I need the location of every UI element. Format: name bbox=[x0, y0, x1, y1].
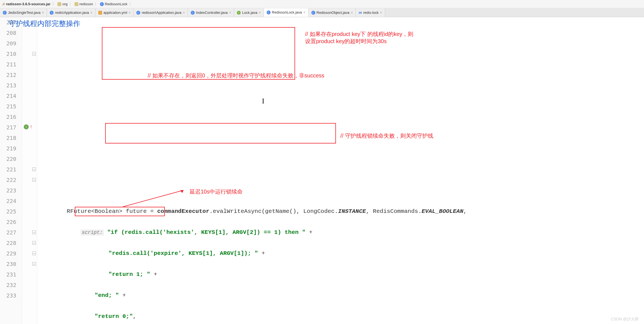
marker-slot bbox=[22, 59, 37, 70]
annotation-red-fail: // 守护线程锁续命失败，则关闭守护线 bbox=[340, 130, 433, 141]
line-number: 208 bbox=[0, 28, 16, 38]
line-number: 225 bbox=[0, 206, 16, 217]
tab-redis-app[interactable]: Credis\Application.java× bbox=[47, 8, 95, 17]
marker-slot bbox=[22, 80, 37, 91]
marker-slot bbox=[22, 133, 37, 143]
editor-tabs: CJedisSingleTest.java× Credis\Applicatio… bbox=[0, 8, 644, 17]
marker-slot bbox=[22, 70, 37, 80]
tab-application-yml[interactable]: application.yml× bbox=[96, 8, 134, 17]
line-number: 218 bbox=[0, 133, 16, 143]
tab-redisson-app[interactable]: Credisson\Application.java× bbox=[134, 8, 188, 17]
line-number: 212 bbox=[0, 70, 16, 80]
red-arrow-icon bbox=[120, 187, 192, 210]
bc-sep-icon: 〉 bbox=[95, 2, 98, 7]
interface-icon: I bbox=[237, 11, 241, 15]
marker-slot: I↑ bbox=[22, 122, 37, 133]
marker-slot bbox=[22, 290, 37, 301]
line-number: 232 bbox=[0, 280, 16, 290]
annotation-red-delay: 延迟10s中运行锁续命 bbox=[190, 186, 243, 197]
breadcrumb: J! redisson-3.6.5-sources.jar 〉 org 〉 re… bbox=[0, 0, 644, 8]
bc-jar[interactable]: J! redisson-3.6.5-sources.jar bbox=[2, 2, 51, 6]
line-number: 215 bbox=[0, 101, 16, 112]
close-icon[interactable]: × bbox=[259, 11, 261, 15]
marker-slot bbox=[22, 196, 37, 206]
svg-line-0 bbox=[123, 190, 184, 207]
tab-index-controller[interactable]: CIndexController.java× bbox=[188, 8, 234, 17]
fold-icon[interactable] bbox=[32, 168, 36, 171]
fold-icon[interactable] bbox=[32, 262, 36, 266]
close-icon[interactable]: × bbox=[351, 11, 353, 15]
line-number: 222 bbox=[0, 175, 16, 185]
line-number: 233 bbox=[0, 290, 16, 301]
code-line: "return 0;", bbox=[39, 311, 644, 322]
class-icon: C bbox=[136, 11, 140, 15]
line-number: 231 bbox=[0, 269, 16, 280]
marker-slot bbox=[22, 206, 37, 217]
line-number: 226 bbox=[0, 217, 16, 227]
bc-pkg-redisson[interactable]: redisson bbox=[75, 2, 93, 6]
close-icon[interactable]: × bbox=[42, 11, 44, 15]
marker-slot bbox=[22, 154, 37, 164]
bc-sep-icon: 〉 bbox=[129, 2, 133, 7]
class-icon: C bbox=[50, 11, 54, 15]
close-icon[interactable]: × bbox=[380, 11, 382, 15]
code-line: "end; " + bbox=[39, 290, 644, 301]
fold-icon[interactable] bbox=[32, 178, 36, 182]
fold-icon[interactable] bbox=[32, 231, 36, 234]
override-marker-icon[interactable]: I bbox=[24, 124, 29, 129]
close-icon[interactable]: × bbox=[229, 11, 231, 15]
class-icon: C bbox=[191, 11, 195, 15]
fold-icon[interactable] bbox=[32, 241, 36, 245]
marker-slot bbox=[22, 280, 37, 290]
fold-icon[interactable] bbox=[32, 252, 36, 255]
fold-icon[interactable] bbox=[32, 52, 36, 56]
red-box-error bbox=[105, 123, 336, 143]
close-icon[interactable]: × bbox=[90, 11, 92, 15]
editor: 2072082092102112122132142152162172182192… bbox=[0, 17, 644, 324]
annotation-blue-title: 守护线程内部完整操作 bbox=[9, 18, 80, 29]
marker-slot bbox=[22, 185, 37, 196]
line-number: 216 bbox=[0, 112, 16, 122]
package-icon bbox=[57, 2, 61, 6]
marker-slot bbox=[22, 217, 37, 227]
annotation-red-exist2: 设置product key的超时时间为30s bbox=[305, 36, 387, 46]
marker-slot bbox=[22, 143, 37, 154]
marker-slot bbox=[22, 259, 37, 269]
class-icon: C bbox=[311, 11, 315, 15]
marker-gutter: I↑ bbox=[22, 17, 37, 324]
marker-slot bbox=[22, 238, 37, 248]
yaml-icon bbox=[98, 11, 102, 15]
maven-icon: m bbox=[359, 11, 362, 15]
code-line: "return 1; " + bbox=[39, 269, 644, 280]
marker-slot bbox=[22, 269, 37, 280]
line-number: 223 bbox=[0, 185, 16, 196]
watermark: CSDN @沙大师 bbox=[611, 317, 638, 322]
marker-slot bbox=[22, 227, 37, 238]
line-number: 230 bbox=[0, 259, 16, 269]
tab-redisson-object[interactable]: CRedissonObject.java× bbox=[309, 8, 356, 17]
line-number: 209 bbox=[0, 38, 16, 49]
tab-lock[interactable]: ILock.java× bbox=[234, 8, 264, 17]
tab-redisson-lock[interactable]: CRedissonLock.java× bbox=[264, 8, 309, 17]
close-icon[interactable]: × bbox=[129, 11, 131, 15]
marker-slot bbox=[22, 91, 37, 101]
bc-sep-icon: 〉 bbox=[52, 2, 56, 7]
line-gutter: 2072082092102112122132142152162172182192… bbox=[0, 17, 22, 324]
code-line: "redis.call('pexpire', KEYS[1], ARGV[1])… bbox=[39, 248, 644, 259]
svg-marker-1 bbox=[180, 190, 184, 193]
class-icon: C bbox=[100, 2, 104, 6]
marker-slot bbox=[22, 164, 37, 175]
line-number: 228 bbox=[0, 238, 16, 248]
close-icon[interactable]: × bbox=[303, 10, 306, 14]
annotation-red-notexist: // 如果不存在，则返回0，外层处理时视作守护线程续命失败，非success bbox=[148, 70, 324, 81]
line-number: 224 bbox=[0, 196, 16, 206]
bc-pkg-org[interactable]: org bbox=[57, 2, 68, 6]
class-icon: C bbox=[267, 11, 271, 14]
tab-redis-lock[interactable]: mredis-lock× bbox=[356, 8, 385, 17]
line-number: 221 bbox=[0, 164, 16, 175]
close-icon[interactable]: × bbox=[183, 11, 185, 15]
marker-slot bbox=[22, 175, 37, 185]
tab-jedis-test[interactable]: CJedisSingleTest.java× bbox=[0, 8, 47, 17]
bc-class[interactable]: CRedissonLock bbox=[100, 2, 128, 6]
code-area[interactable]: 守护线程内部完整操作 // 如果存在product key下 的线程id的key… bbox=[37, 17, 644, 324]
